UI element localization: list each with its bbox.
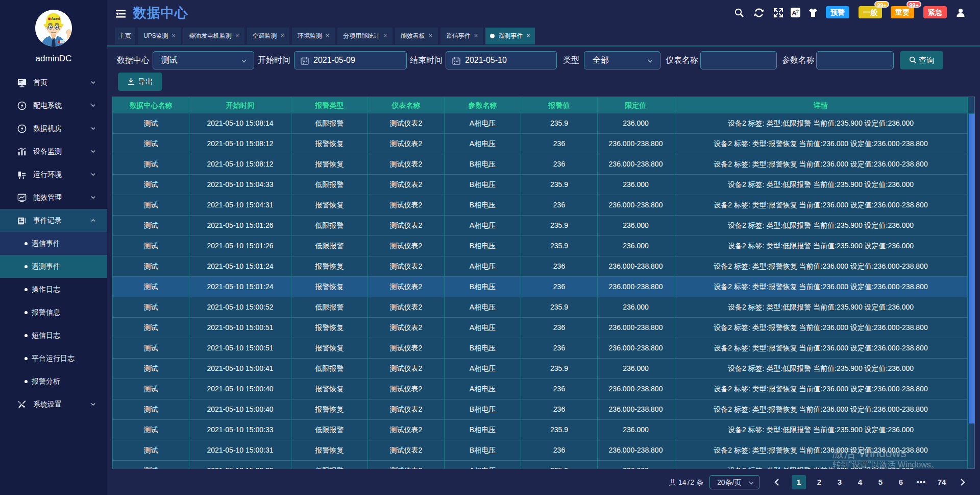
- svg-text:文: 文: [796, 9, 800, 14]
- svg-text:Acrel: Acrel: [51, 17, 60, 20]
